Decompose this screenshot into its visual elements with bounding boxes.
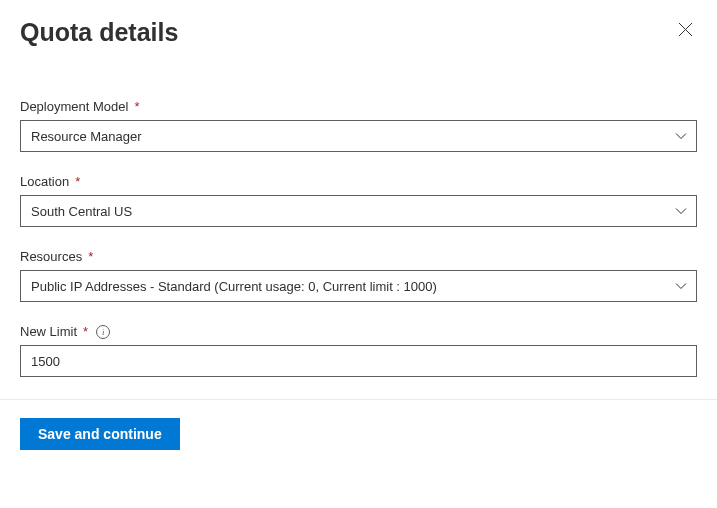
location-label: Location* bbox=[20, 174, 697, 189]
resources-select[interactable]: Public IP Addresses - Standard (Current … bbox=[20, 270, 697, 302]
location-select[interactable]: South Central US bbox=[20, 195, 697, 227]
divider bbox=[0, 399, 717, 400]
resources-label: Resources* bbox=[20, 249, 697, 264]
deployment-model-label: Deployment Model* bbox=[20, 99, 697, 114]
info-icon[interactable]: i bbox=[96, 325, 110, 339]
page-title: Quota details bbox=[20, 18, 178, 47]
close-icon bbox=[678, 22, 693, 37]
deployment-model-select[interactable]: Resource Manager bbox=[20, 120, 697, 152]
close-button[interactable] bbox=[674, 18, 697, 41]
required-indicator: * bbox=[88, 249, 93, 264]
new-limit-input[interactable] bbox=[20, 345, 697, 377]
required-indicator: * bbox=[134, 99, 139, 114]
save-continue-button[interactable]: Save and continue bbox=[20, 418, 180, 450]
new-limit-label: New Limit* i bbox=[20, 324, 697, 339]
required-indicator: * bbox=[75, 174, 80, 189]
required-indicator: * bbox=[83, 324, 88, 339]
